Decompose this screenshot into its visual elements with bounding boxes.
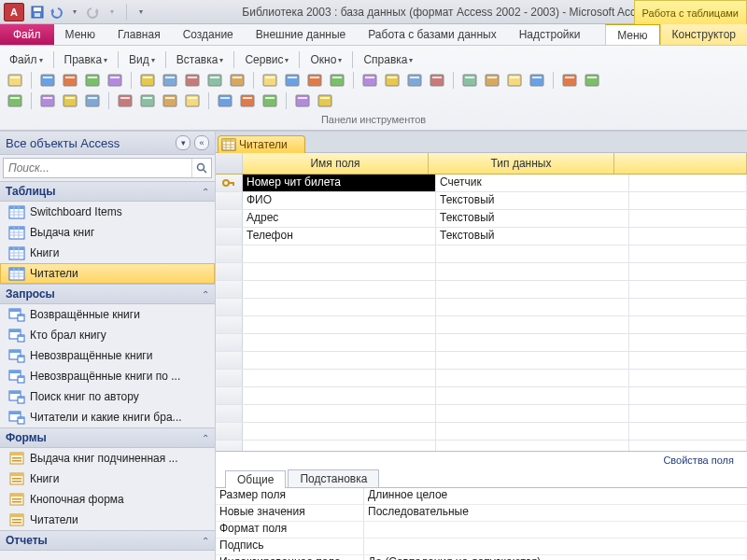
- menu-tab[interactable]: Создание: [172, 24, 245, 45]
- toolbar-icon[interactable]: [228, 71, 247, 90]
- ribbon-menu[interactable]: Правка ▾: [61, 52, 112, 67]
- field-row-empty[interactable]: [216, 441, 747, 451]
- property-row[interactable]: Новые значенияПоследовательные: [216, 505, 747, 522]
- field-row-empty[interactable]: [216, 263, 747, 281]
- toolbar-icon[interactable]: [261, 71, 279, 90]
- field-row[interactable]: Номер чит билетаСчетчик: [216, 175, 747, 192]
- nav-group-header[interactable]: Запросы⌃: [0, 284, 215, 304]
- toolbar-icon[interactable]: [38, 71, 57, 90]
- ribbon-menu[interactable]: Окно ▾: [306, 52, 345, 67]
- row-selector-header[interactable]: [216, 153, 243, 174]
- field-row-empty[interactable]: [216, 387, 747, 405]
- design-grid[interactable]: Номер чит билетаСчетчикФИОТекстовыйАдрес…: [216, 175, 747, 451]
- field-row-empty[interactable]: [216, 316, 747, 334]
- nav-group-header[interactable]: Таблицы⌃: [0, 181, 215, 202]
- nav-search[interactable]: [3, 158, 212, 178]
- nav-header[interactable]: Все объекты Access ▾ «: [0, 132, 215, 155]
- nav-item[interactable]: Невозвращённые книги по ...: [0, 366, 215, 386]
- toolbar-icon[interactable]: [6, 91, 24, 110]
- field-row-empty[interactable]: [216, 405, 747, 423]
- field-row[interactable]: ТелефонТекстовый: [216, 228, 747, 245]
- field-row[interactable]: ФИОТекстовый: [216, 192, 747, 210]
- field-name-cell[interactable]: Номер чит билета: [243, 175, 436, 191]
- property-row[interactable]: Индексированное полеДа (Совпадения не до…: [216, 555, 747, 560]
- nav-item[interactable]: Читатели: [0, 510, 215, 530]
- toolbar-icon[interactable]: [183, 71, 202, 90]
- nav-item[interactable]: Поиск книг по автору: [0, 386, 215, 407]
- field-type-cell[interactable]: Текстовый: [436, 228, 629, 245]
- field-desc-cell[interactable]: [629, 192, 747, 209]
- field-row-empty[interactable]: [216, 370, 747, 387]
- field-name-cell[interactable]: Телефон: [243, 228, 436, 245]
- row-selector[interactable]: [216, 175, 243, 191]
- nav-item[interactable]: Выдача книг: [0, 222, 215, 243]
- toolbar-icon[interactable]: [61, 91, 79, 110]
- qat-customize-icon[interactable]: ▾: [134, 5, 148, 20]
- save-icon[interactable]: [30, 5, 45, 20]
- field-type-cell[interactable]: Счетчик: [436, 175, 629, 191]
- toolbar-icon[interactable]: [460, 71, 479, 90]
- toolbar-icon[interactable]: [383, 71, 402, 90]
- field-desc-cell[interactable]: [629, 175, 747, 191]
- menu-tab[interactable]: Надстройки: [508, 24, 592, 45]
- nav-item[interactable]: Выдача книг подчиненная ...: [0, 448, 215, 469]
- nav-item[interactable]: Возвращённые книги: [0, 304, 215, 325]
- nav-item[interactable]: Читатели и какие книги бра...: [0, 407, 215, 427]
- field-row-empty[interactable]: [216, 281, 747, 299]
- property-value[interactable]: [364, 539, 747, 554]
- field-desc-cell[interactable]: [629, 210, 747, 227]
- toolbar-icon[interactable]: [505, 71, 524, 90]
- tab-general[interactable]: Общие: [225, 470, 286, 488]
- redo-icon[interactable]: [86, 5, 101, 20]
- file-tab[interactable]: Файл: [0, 24, 54, 45]
- toolbar-icon[interactable]: [106, 71, 124, 90]
- ribbon-menu[interactable]: Вид ▾: [125, 52, 159, 67]
- nav-item[interactable]: Невозвращённые книги: [0, 345, 215, 366]
- field-desc-cell[interactable]: [629, 228, 747, 245]
- nav-group-header[interactable]: Отчеты⌃: [0, 530, 215, 551]
- field-type-cell[interactable]: Текстовый: [436, 192, 629, 209]
- toolbar-icon[interactable]: [583, 71, 601, 90]
- property-row[interactable]: Формат поля: [216, 522, 747, 539]
- field-row-empty[interactable]: [216, 334, 747, 352]
- undo-icon[interactable]: [49, 5, 63, 20]
- toolbar-icon[interactable]: [428, 71, 446, 90]
- menu-tab[interactable]: Меню: [54, 24, 106, 45]
- tab-lookup[interactable]: Подстановка: [288, 469, 379, 487]
- context-tab[interactable]: Конструктор: [660, 24, 747, 45]
- toolbar-icon[interactable]: [61, 71, 79, 90]
- toolbar-icon[interactable]: [138, 71, 157, 90]
- property-value[interactable]: Да (Совпадения не допускаются): [364, 555, 747, 560]
- nav-item[interactable]: Читатели: [0, 263, 215, 284]
- toolbar-icon[interactable]: [161, 71, 179, 90]
- menu-tab[interactable]: Работа с базами данных: [357, 24, 507, 45]
- search-icon[interactable]: [191, 159, 211, 177]
- toolbar-icon[interactable]: [560, 71, 579, 90]
- nav-item[interactable]: Кнопочная форма: [0, 489, 215, 510]
- nav-item[interactable]: Книги: [0, 243, 215, 263]
- field-row[interactable]: АдресТекстовый: [216, 210, 747, 228]
- nav-group-header[interactable]: Формы⌃: [0, 427, 215, 448]
- nav-item[interactable]: Switchboard Items: [0, 202, 215, 222]
- toolbar-icon[interactable]: [183, 91, 202, 110]
- toolbar-icon[interactable]: [316, 91, 334, 110]
- doc-tab-active[interactable]: Читатели: [218, 135, 305, 153]
- toolbar-icon[interactable]: [83, 91, 102, 110]
- row-selector[interactable]: [216, 228, 243, 245]
- toolbar-icon[interactable]: [161, 91, 179, 110]
- field-name-cell[interactable]: Адрес: [243, 210, 436, 227]
- toolbar-icon[interactable]: [6, 71, 24, 90]
- field-type-cell[interactable]: Текстовый: [436, 210, 629, 227]
- col-header-type[interactable]: Тип данных: [429, 153, 614, 174]
- field-row-empty[interactable]: [216, 299, 747, 316]
- field-name-cell[interactable]: ФИО: [243, 192, 436, 209]
- field-row-empty[interactable]: [216, 245, 747, 263]
- toolbar-icon[interactable]: [360, 71, 379, 90]
- field-row-empty[interactable]: [216, 423, 747, 441]
- toolbar-icon[interactable]: [83, 71, 102, 90]
- nav-menu-icon[interactable]: ▾: [176, 135, 190, 150]
- property-value[interactable]: Последовательные: [364, 505, 747, 521]
- menu-tab[interactable]: Главная: [106, 24, 172, 45]
- nav-item[interactable]: Книги: [0, 469, 215, 489]
- toolbar-icon[interactable]: [528, 71, 546, 90]
